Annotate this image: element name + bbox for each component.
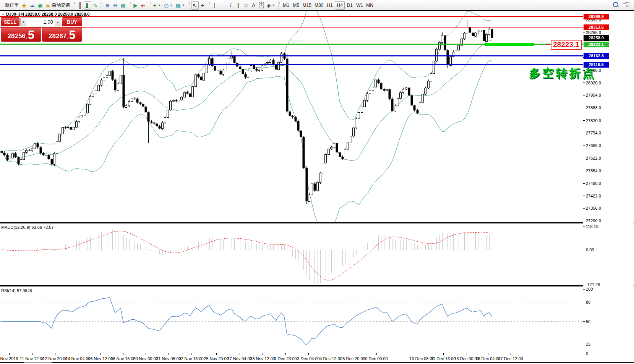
toolbar-group: 新订单◆☁◉▣自动交易 (1, 1, 73, 10)
shapes-icon[interactable]: ◈▼ (265, 1, 277, 10)
dropdown-arrow-icon[interactable]: ▼ (170, 4, 173, 6)
trendline-icon: / (230, 3, 232, 8)
timeframe-w1[interactable]: W1 (355, 1, 365, 10)
h-scrollbar[interactable] (0, 362, 634, 363)
vertical-line-icon[interactable]: | (211, 1, 219, 10)
toolbar-group: ▶⇤ (129, 1, 149, 10)
time-tick-mark (285, 353, 286, 355)
timeframe-mn-label: MN (366, 3, 373, 8)
candlestick-chart-icon (86, 3, 89, 8)
time-tick-mark (331, 353, 331, 355)
volume-up-button[interactable]: ▲ (55, 18, 61, 26)
timeframe-h1[interactable]: H1 (325, 1, 335, 10)
auto-scroll-icon[interactable]: ▶ (132, 1, 139, 10)
time-tick-mark (216, 353, 217, 355)
periods-icon[interactable]: ◷▼ (162, 1, 174, 10)
dropdown-arrow-icon[interactable]: ▼ (158, 4, 161, 6)
volume-down-button[interactable]: ▼ (21, 18, 26, 26)
axis-tick-mark (583, 344, 585, 344)
volume-value[interactable]: 1.00 (26, 18, 55, 26)
indicators-icon[interactable]: +▼ (152, 1, 162, 10)
time-tick-mark (240, 353, 240, 355)
timeframe-mn[interactable]: MN (365, 1, 375, 10)
tile-windows-icon[interactable]: ▦ (119, 1, 127, 10)
editor-icon: ◆ (22, 3, 26, 8)
price-level-flag: 28313.6 (584, 24, 609, 30)
autotrading-button[interactable]: ▣自动交易 (44, 1, 71, 10)
text-icon[interactable]: A (250, 1, 258, 10)
toolbar-group: ║∿ (73, 1, 101, 10)
buy-button[interactable]: BUY (62, 17, 82, 26)
chat-icon[interactable] (624, 2, 630, 7)
price-tick-label: 27356.0 (586, 206, 601, 210)
chart-title: ▲ DJ30-,H4 28258.0 28258.0 28258.0 28258… (2, 12, 89, 16)
trendline-icon[interactable]: / (227, 1, 235, 10)
text-label-icon[interactable]: T (258, 1, 265, 10)
time-tick-label: 27 Nov 04:00 (227, 356, 252, 361)
one-click-trading-panel: SELL ▼ 1.00 ▲ BUY 28256 . 5 28267 . 5 (1, 17, 82, 42)
equidistant-channel-icon[interactable]: ∥ (235, 1, 242, 10)
line-chart-icon[interactable]: ∿ (91, 1, 99, 10)
news-signal-icon[interactable]: ◉ (36, 1, 44, 10)
profile-icon[interactable]: ☁ (28, 1, 36, 10)
time-axis[interactable]: Nov 201911 Nov 12:0012 Nov 20:0014 Nov 0… (0, 353, 634, 362)
search-icon[interactable] (613, 2, 618, 7)
support-highlight-bar[interactable] (485, 43, 534, 46)
buy-price-button[interactable]: 28267 . 5 (42, 27, 83, 42)
chart-annotation-text[interactable]: 多空转折点 (529, 66, 596, 81)
time-tick-mark (123, 353, 123, 355)
axis-tick-mark (583, 289, 585, 290)
price-callout-label[interactable]: 28223.1 (551, 40, 582, 50)
time-tick-mark (55, 353, 55, 355)
time-tick-mark (9, 353, 10, 355)
sell-button[interactable]: SELL (1, 17, 19, 26)
editor-icon[interactable]: ◆ (20, 1, 28, 10)
time-tick-label: 1 Dec 23:00 (274, 356, 297, 361)
toolbar: 新订单◆☁◉▣自动交易║∿⊕⊖▦▶⇤+▼◷▼▩▼↖+|—/∥≣AT◈▼M1M5M… (0, 0, 634, 10)
timeframe-m15[interactable]: M15 (301, 1, 313, 10)
buy-price-dot: . (67, 33, 68, 40)
time-tick-label: 5 Dec 20:00 (342, 356, 365, 361)
cursor-icon[interactable]: ↖ (191, 1, 199, 10)
axis-tick-mark (583, 354, 585, 354)
chart-canvas[interactable] (0, 11, 583, 364)
shapes-icon: ◈ (267, 3, 271, 8)
sell-price-button[interactable]: 28256 . 5 (1, 27, 41, 42)
macd-axis-label: 118.19 (586, 224, 598, 229)
candlestick-chart-icon[interactable] (84, 1, 91, 10)
dropdown-arrow-icon[interactable]: ▼ (182, 4, 185, 6)
templates-icon[interactable]: ▩▼ (174, 1, 186, 10)
time-tick-label: 11 Nov 12:00 (20, 356, 45, 361)
chart-window: ▲ DJ30-,H4 28258.0 28258.0 28258.0 28258… (0, 10, 634, 364)
fibonacci-icon[interactable]: ≣ (242, 1, 250, 10)
axis-tick-mark (583, 146, 585, 146)
new-order-button[interactable]: 新订单 (3, 1, 20, 10)
timeframe-m5[interactable]: M5 (291, 1, 301, 10)
timeframe-d1[interactable]: D1 (345, 1, 355, 10)
rsi-panel-separator[interactable] (0, 285, 634, 286)
sell-price-main: 28256 (8, 32, 26, 40)
axis-tick-mark (583, 183, 585, 184)
timeframe-m1[interactable]: M1 (281, 1, 291, 10)
sell-price-pip: 5 (28, 30, 34, 40)
timeframe-m30[interactable]: M30 (313, 1, 325, 10)
crosshair-icon[interactable]: + (199, 1, 206, 10)
dropdown-arrow-icon[interactable]: ▼ (272, 4, 275, 6)
cursor-icon: ↖ (193, 3, 197, 8)
price-tick-label: 27488.0 (586, 181, 601, 186)
bar-chart-icon[interactable]: ║ (76, 1, 84, 10)
time-tick-mark (169, 353, 169, 355)
macd-panel-separator[interactable] (0, 222, 634, 223)
price-axis[interactable]: 28352.028286.028220.028154.028086.028020… (583, 11, 634, 362)
zoom-out-icon[interactable]: ⊖ (111, 1, 119, 10)
axis-tick-mark (583, 120, 585, 121)
zoom-in-icon: ⊕ (105, 3, 110, 8)
timeframe-h4[interactable]: H4 (335, 1, 345, 10)
h-scrollbar-thumb[interactable] (24, 362, 52, 363)
chart-shift-icon[interactable]: ⇤ (139, 1, 147, 10)
time-tick-label: 14 Nov 04:00 (65, 356, 90, 361)
horizontal-line-icon[interactable]: — (219, 1, 227, 10)
price-level-flag: 28162.8 (584, 53, 609, 59)
zoom-in-icon[interactable]: ⊕ (104, 1, 111, 10)
timeframe-m30-label: M30 (315, 3, 323, 8)
